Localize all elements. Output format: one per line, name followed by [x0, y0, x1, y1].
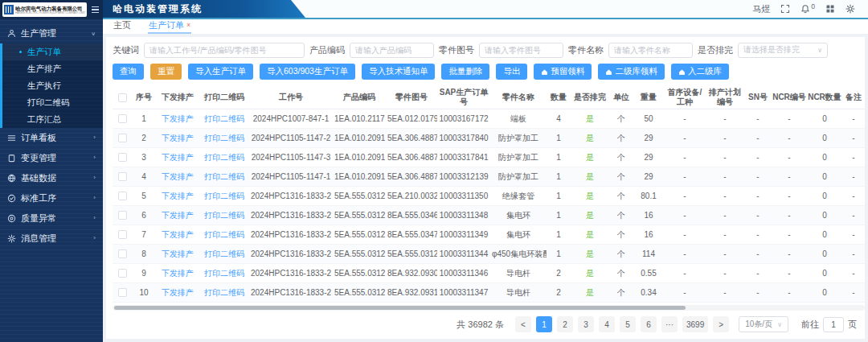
sidebar-group-message-management[interactable]: 消息管理›: [0, 229, 103, 249]
notification-bell-icon[interactable]: 0: [800, 4, 815, 14]
batch-delete-button[interactable]: 批量删除: [441, 64, 489, 80]
row-checkbox[interactable]: [118, 172, 127, 181]
import-production-order-button[interactable]: 导入生产订单: [188, 64, 253, 80]
issue-production-link[interactable]: 下发排产: [162, 230, 194, 239]
cell-remark: -: [842, 225, 865, 245]
apps-grid-icon[interactable]: [825, 4, 835, 14]
cell-qty: 1: [547, 225, 571, 245]
reset-button[interactable]: 重置: [150, 64, 182, 80]
page-button-1[interactable]: 1: [536, 316, 552, 332]
cell-scheduled: 是: [571, 148, 609, 167]
part-drawing-no-filter-input[interactable]: [479, 43, 563, 58]
cell-ncr_no: -: [772, 206, 807, 225]
goto-page-input[interactable]: [823, 317, 844, 332]
page-button-2[interactable]: 2: [557, 316, 573, 332]
sidebar-group-change-management[interactable]: 变更管理›: [0, 148, 103, 168]
hamburger-icon[interactable]: [90, 5, 100, 15]
button-label: 查询: [120, 66, 137, 77]
page-ellipsis[interactable]: ···: [661, 316, 678, 332]
row-checkbox[interactable]: [118, 114, 127, 123]
close-tab-icon[interactable]: ×: [186, 22, 190, 29]
query-button[interactable]: 查询: [113, 64, 144, 80]
page-button-3699[interactable]: 3699: [682, 316, 708, 332]
sidebar-group-standard-process[interactable]: 标准工序›: [0, 188, 103, 208]
column-header: 产品编码: [333, 86, 386, 109]
print-qrcode-link[interactable]: 打印二维码: [204, 153, 244, 162]
scheduled-filter-select[interactable]: 请选择是否排完∨: [738, 43, 828, 58]
print-qrcode-link[interactable]: 打印二维码: [204, 172, 244, 181]
filter-row: 关键词产品编码零件图号零件名称是否排完请选择是否排完∨: [113, 41, 858, 59]
print-qrcode-link[interactable]: 打印二维码: [204, 249, 244, 258]
into-secondary-warehouse-button[interactable]: 入二级库: [671, 64, 729, 80]
cell-product_code: 5EA.555.0312: [333, 225, 386, 245]
username[interactable]: 马煜: [752, 3, 770, 15]
product-code-filter-input[interactable]: [350, 43, 434, 58]
filter-label: 零件名称: [568, 44, 604, 56]
fullscreen-icon[interactable]: [780, 4, 790, 14]
row-checkbox[interactable]: [118, 153, 127, 162]
next-page-button[interactable]: >: [713, 316, 729, 332]
print-qrcode-link[interactable]: 打印二维码: [204, 211, 244, 220]
keyword-filter-input[interactable]: [144, 43, 305, 58]
cell-ncr_qty: 0: [807, 283, 842, 303]
print-qrcode-link[interactable]: 打印二维码: [204, 288, 244, 297]
select-all-checkbox[interactable]: [118, 93, 127, 102]
cell-remark: -: [842, 167, 865, 187]
sidebar-group-order-board[interactable]: 订单看板›: [0, 128, 103, 148]
page-button-6[interactable]: 6: [641, 316, 657, 332]
page-button-5[interactable]: 5: [620, 316, 636, 332]
sidebar-group-quality-exception[interactable]: 质量异常›: [0, 208, 103, 229]
cell-remark: -: [842, 109, 865, 129]
issue-production-link[interactable]: 下发排产: [162, 269, 194, 278]
horizontal-scrollbar[interactable]: [113, 305, 865, 311]
row-checkbox[interactable]: [118, 211, 127, 220]
sidebar-item-production-execution[interactable]: 生产执行: [2, 77, 103, 94]
row-checkbox[interactable]: [118, 288, 127, 297]
sidebar-item-print-qrcode[interactable]: 打印二维码: [2, 94, 103, 111]
board-list-icon: [7, 134, 16, 142]
settings-gear-icon[interactable]: [845, 4, 855, 14]
page-button-4[interactable]: 4: [599, 316, 615, 332]
scrollbar-thumb[interactable]: [114, 306, 686, 310]
part-name-filter-input[interactable]: [608, 43, 693, 58]
sidebar: 哈尔滨电气动力装备有限公司 HARBIN ELECTRIC POWER EQUI…: [0, 0, 103, 342]
cell-sn_no: -: [744, 187, 772, 206]
row-checkbox[interactable]: [118, 269, 127, 278]
toolbar: 查询重置导入生产订单导入603/903生产订单导入技术通知单批量删除导出预留领料…: [113, 64, 858, 80]
row-checkbox[interactable]: [118, 134, 127, 142]
issue-production-link[interactable]: 下发排产: [162, 172, 194, 181]
print-qrcode-link[interactable]: 打印二维码: [204, 230, 244, 239]
row-checkbox[interactable]: [118, 230, 127, 239]
sidebar-item-production-order[interactable]: 生产订单: [2, 43, 103, 60]
print-qrcode-link[interactable]: 打印二维码: [204, 114, 244, 123]
tab-production-order[interactable]: 生产订单×: [148, 19, 191, 34]
issue-production-link[interactable]: 下发排产: [162, 249, 194, 258]
import-technical-notice-button[interactable]: 导入技术通知单: [362, 64, 436, 80]
page-size-select[interactable]: 10条/页∨: [739, 316, 788, 332]
notification-count: 0: [811, 2, 815, 10]
sidebar-group-basic-data[interactable]: 基础数据›: [0, 168, 103, 188]
tab-home[interactable]: 主页: [113, 19, 132, 34]
reserved-material-button[interactable]: 预留领料: [534, 64, 592, 80]
issue-production-link[interactable]: 下发排产: [162, 211, 194, 220]
issue-production-link[interactable]: 下发排产: [162, 192, 194, 200]
export-button[interactable]: 导出: [496, 64, 527, 80]
sidebar-item-production-scheduling[interactable]: 生产排产: [2, 60, 103, 77]
sidebar-group-production-management[interactable]: 生产管理∨: [0, 23, 103, 43]
prev-page-button[interactable]: <: [515, 316, 531, 332]
cell-plan_no: -: [706, 206, 744, 225]
issue-production-link[interactable]: 下发排产: [162, 153, 194, 162]
import-603-903-order-button[interactable]: 导入603/903生产订单: [260, 64, 355, 80]
issue-production-link[interactable]: 下发排产: [162, 288, 194, 297]
cell-product_code: 1EA.010.2091: [333, 148, 386, 167]
sidebar-item-process-summary[interactable]: 工序汇总: [2, 111, 103, 128]
print-qrcode-link[interactable]: 打印二维码: [204, 269, 244, 278]
issue-production-link[interactable]: 下发排产: [162, 114, 194, 123]
print-qrcode-link[interactable]: 打印二维码: [204, 134, 244, 142]
row-checkbox[interactable]: [118, 249, 127, 258]
print-qrcode-link[interactable]: 打印二维码: [204, 192, 244, 200]
page-button-3[interactable]: 3: [578, 316, 594, 332]
issue-production-link[interactable]: 下发排产: [162, 134, 194, 142]
secondary-warehouse-material-button[interactable]: 二级库领料: [598, 64, 665, 80]
row-checkbox[interactable]: [118, 192, 127, 200]
